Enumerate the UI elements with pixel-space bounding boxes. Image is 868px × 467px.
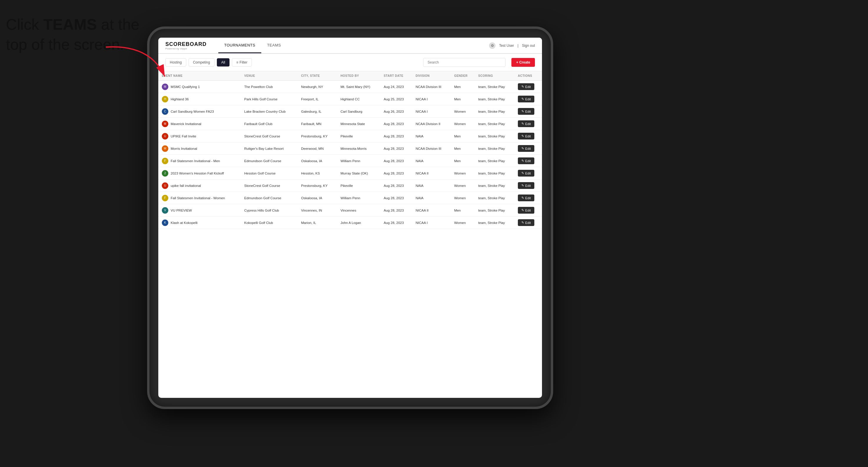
nav-tabs: TOURNAMENTS TEAMS <box>218 38 287 53</box>
cell-gender: Men <box>451 204 475 217</box>
col-gender: GENDER <box>451 71 475 81</box>
edit-icon: ✎ <box>521 184 524 187</box>
edit-button[interactable]: ✎ Edit <box>518 83 534 90</box>
cell-division: NICAA I <box>412 93 451 105</box>
cell-venue: Edmundson Golf Course <box>241 155 298 167</box>
all-button[interactable]: All <box>217 58 229 66</box>
event-name-text: Morris Invitational <box>170 147 197 150</box>
cell-event-name: M Maverick Invitational <box>158 118 241 130</box>
cell-start-date: Aug 28, 2023 <box>380 143 412 155</box>
search-input[interactable] <box>423 58 505 67</box>
edit-button[interactable]: ✎ Edit <box>518 194 534 201</box>
cell-start-date: Aug 28, 2023 <box>380 192 412 204</box>
edit-button[interactable]: ✎ Edit <box>518 157 534 164</box>
cell-city-state: Oskaloosa, IA <box>298 192 337 204</box>
cell-event-name: V VU PREVIEW <box>158 204 241 217</box>
cell-actions: ✎ Edit <box>514 155 542 167</box>
cell-hosted-by: William Penn <box>337 192 380 204</box>
competing-button[interactable]: Competing <box>189 58 215 66</box>
cell-city-state: Newburgh, NY <box>298 81 337 93</box>
cell-start-date: Aug 24, 2023 <box>380 81 412 93</box>
cell-hosted-by: Murray State (OK) <box>337 167 380 180</box>
cell-hosted-by: Minnesota-Morris <box>337 143 380 155</box>
cell-venue: StoneCrest Golf Course <box>241 130 298 143</box>
cell-event-name: M MSMC Qualifying 1 <box>158 81 241 93</box>
tab-tournaments[interactable]: TOURNAMENTS <box>218 38 261 53</box>
cell-actions: ✎ Edit <box>514 192 542 204</box>
cell-gender: Women <box>451 217 475 229</box>
cell-venue: Edmundson Golf Course <box>241 192 298 204</box>
event-name-text: Highland 36 <box>170 97 189 101</box>
team-icon: F <box>162 195 168 201</box>
tournaments-table: EVENT NAME VENUE CITY, STATE HOSTED BY S… <box>158 71 542 229</box>
cell-hosted-by: Pikeville <box>337 180 380 192</box>
cell-scoring: team, Stroke Play <box>475 143 514 155</box>
cell-hosted-by: Carl Sandburg <box>337 105 380 118</box>
filter-icon: ≡ <box>236 60 238 64</box>
event-name-text: 2023 Women's Hesston Fall Kickoff <box>170 172 224 175</box>
col-start-date: START DATE <box>380 71 412 81</box>
tab-teams[interactable]: TEAMS <box>261 38 287 53</box>
cell-scoring: team, Stroke Play <box>475 155 514 167</box>
event-name-text: VU PREVIEW <box>170 209 192 212</box>
filter-button[interactable]: ≡ Filter <box>232 58 252 66</box>
cell-scoring: team, Stroke Play <box>475 192 514 204</box>
cell-venue: Kokopelli Golf Club <box>241 217 298 229</box>
cell-start-date: Aug 28, 2023 <box>380 130 412 143</box>
edit-button[interactable]: ✎ Edit <box>518 207 534 214</box>
cell-event-name: F Fall Statesmen Invitational - Men <box>158 155 241 167</box>
hosting-button[interactable]: Hosting <box>165 58 186 66</box>
edit-icon: ✎ <box>521 134 524 138</box>
cell-actions: ✎ Edit <box>514 118 542 130</box>
cell-division: NAIA <box>412 180 451 192</box>
cell-start-date: Aug 26, 2023 <box>380 105 412 118</box>
cell-scoring: team, Stroke Play <box>475 105 514 118</box>
cell-hosted-by: Mt. Saint Mary (NY) <box>337 81 380 93</box>
cell-city-state: Deerwood, MN <box>298 143 337 155</box>
cell-city-state: Hesston, KS <box>298 167 337 180</box>
cell-city-state: Faribault, MN <box>298 118 337 130</box>
edit-icon: ✎ <box>521 208 524 212</box>
edit-button[interactable]: ✎ Edit <box>518 108 534 115</box>
team-icon: 2 <box>162 170 168 177</box>
cell-hosted-by: John A Logan <box>337 217 380 229</box>
cell-city-state: Freeport, IL <box>298 93 337 105</box>
create-button[interactable]: + Create <box>512 58 535 67</box>
edit-icon: ✎ <box>521 122 524 126</box>
team-icon: U <box>162 182 168 189</box>
team-icon: K <box>162 220 168 226</box>
cell-venue: StoneCrest Golf Course <box>241 180 298 192</box>
table-row: M MSMC Qualifying 1 The Powelton Club Ne… <box>158 81 542 93</box>
cell-actions: ✎ Edit <box>514 93 542 105</box>
cell-start-date: Aug 28, 2023 <box>380 167 412 180</box>
settings-icon[interactable]: ⚙ <box>489 42 496 49</box>
cell-venue: The Powelton Club <box>241 81 298 93</box>
cell-gender: Women <box>451 118 475 130</box>
cell-city-state: Marion, IL <box>298 217 337 229</box>
cell-city-state: Vincennes, IN <box>298 204 337 217</box>
edit-button[interactable]: ✎ Edit <box>518 170 534 177</box>
table-row: C Carl Sandburg Women FA23 Lake Bracken … <box>158 105 542 118</box>
edit-button[interactable]: ✎ Edit <box>518 120 534 127</box>
edit-button[interactable]: ✎ Edit <box>518 182 534 189</box>
cell-start-date: Aug 28, 2023 <box>380 204 412 217</box>
team-icon: H <box>162 96 168 102</box>
table-row: U UPIKE Fall Invite StoneCrest Golf Cour… <box>158 130 542 143</box>
col-hosted-by: HOSTED BY <box>337 71 380 81</box>
col-division: DIVISION <box>412 71 451 81</box>
edit-button[interactable]: ✎ Edit <box>518 133 534 139</box>
signout-link[interactable]: Sign out <box>522 43 535 48</box>
edit-icon: ✎ <box>521 171 524 175</box>
edit-button[interactable]: ✎ Edit <box>518 96 534 102</box>
cell-start-date: Aug 28, 2023 <box>380 155 412 167</box>
cell-division: NCAA Division II <box>412 118 451 130</box>
cell-venue: Park Hills Golf Course <box>241 93 298 105</box>
table-container: EVENT NAME VENUE CITY, STATE HOSTED BY S… <box>158 71 542 398</box>
cell-event-name: M Morris Invitational <box>158 143 241 155</box>
col-venue: VENUE <box>241 71 298 81</box>
cell-division: NAIA <box>412 192 451 204</box>
cell-scoring: team, Stroke Play <box>475 93 514 105</box>
edit-icon: ✎ <box>521 97 524 101</box>
edit-button[interactable]: ✎ Edit <box>518 145 534 152</box>
edit-button[interactable]: ✎ Edit <box>518 219 534 226</box>
